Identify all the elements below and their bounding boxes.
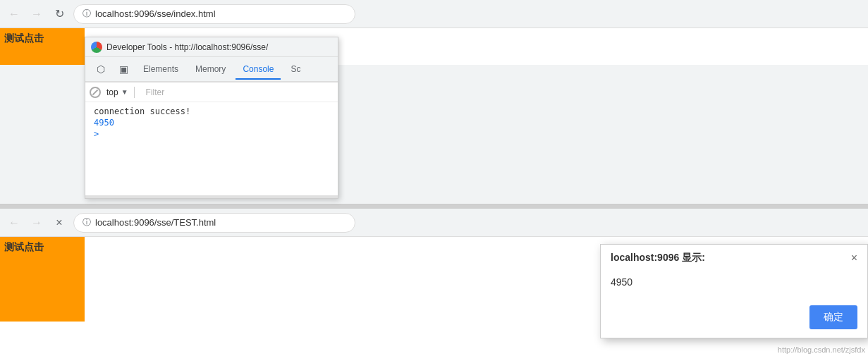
- security-icon: ⓘ: [82, 8, 91, 20]
- console-toolbar: top ▼ Filter: [85, 82, 338, 102]
- devtools-title: Developer Tools - http://localhost:9096/…: [106, 42, 268, 52]
- back-icon-bottom: ←: [8, 216, 20, 229]
- watermark: http://blog.csdn.net/zjsfdx: [778, 345, 865, 354]
- alert-footer: 确定: [601, 300, 867, 338]
- alert-titlebar: localhost:9096 显示: ×: [601, 245, 867, 270]
- console-prompt: >: [94, 129, 329, 139]
- console-context[interactable]: top ▼: [106, 87, 128, 97]
- bottom-page-content: 测试点击 localhost:9096 显示: × 4950 确定 http:/…: [0, 237, 868, 357]
- devtools-panel: Developer Tools - http://localhost:9096/…: [85, 37, 338, 199]
- alert-close-button[interactable]: ×: [851, 252, 857, 264]
- close-icon-bottom: ×: [56, 216, 62, 229]
- forward-button-bottom[interactable]: →: [28, 214, 45, 231]
- console-line-1: connection success!: [94, 106, 329, 116]
- top-browser-toolbar: ← → ↻ ⓘ localhost:9096/sse/index.html: [0, 0, 868, 28]
- refresh-icon: ↻: [55, 7, 64, 20]
- orange-button-label-top: 测试点击: [4, 32, 44, 45]
- security-icon-bottom: ⓘ: [82, 216, 91, 228]
- orange-button-top[interactable]: 测试点击: [0, 28, 85, 65]
- close-tab-button[interactable]: ×: [51, 214, 68, 231]
- separator: [134, 87, 135, 98]
- back-icon: ←: [8, 8, 20, 20]
- bottom-browser-toolbar: ← → × ⓘ localhost:9096/sse/TEST.html: [0, 209, 868, 237]
- back-button[interactable]: ←: [6, 6, 23, 23]
- forward-button[interactable]: →: [28, 6, 45, 23]
- tab-elements[interactable]: Elements: [136, 60, 185, 80]
- back-button-bottom[interactable]: ←: [6, 214, 23, 231]
- console-line-2: 4950: [94, 118, 329, 128]
- devtools-titlebar: Developer Tools - http://localhost:9096/…: [85, 37, 338, 57]
- devtools-cursor-btn[interactable]: ⬡: [91, 59, 111, 79]
- no-entry-icon[interactable]: [90, 87, 101, 98]
- address-bar-bottom[interactable]: ⓘ localhost:9096/sse/TEST.html: [73, 213, 355, 233]
- context-label: top: [106, 87, 118, 97]
- context-arrow-icon: ▼: [121, 88, 128, 96]
- address-bar-top[interactable]: ⓘ localhost:9096/sse/index.html: [73, 4, 355, 24]
- tab-memory[interactable]: Memory: [188, 60, 233, 80]
- devtools-dock-btn[interactable]: ▣: [114, 59, 133, 79]
- forward-icon: →: [31, 8, 42, 20]
- url-text-bottom: localhost:9096/sse/TEST.html: [95, 217, 216, 228]
- alert-ok-button[interactable]: 确定: [809, 305, 857, 329]
- filter-text: Filter: [146, 87, 165, 97]
- alert-dialog: localhost:9096 显示: × 4950 确定: [600, 244, 868, 338]
- orange-button-label-bottom: 测试点击: [4, 241, 44, 254]
- alert-body: 4950: [601, 270, 867, 300]
- forward-icon-bottom: →: [31, 216, 42, 229]
- tab-sc[interactable]: Sc: [283, 60, 307, 80]
- alert-message: 4950: [611, 276, 632, 288]
- devtools-tabs: ⬡ ▣ Elements Memory Console Sc: [85, 57, 338, 82]
- url-text: localhost:9096/sse/index.html: [95, 8, 216, 19]
- resize-handle[interactable]: [85, 195, 338, 198]
- top-browser-window: ← → ↻ ⓘ localhost:9096/sse/index.html 测试…: [0, 0, 868, 204]
- alert-title: localhost:9096 显示:: [611, 252, 705, 264]
- tab-console[interactable]: Console: [236, 60, 281, 80]
- orange-button-bottom[interactable]: 测试点击: [0, 237, 85, 322]
- bottom-browser-window: ← → × ⓘ localhost:9096/sse/TEST.html 测试点…: [0, 209, 868, 361]
- chrome-icon: [91, 42, 102, 53]
- console-output: connection success! 4950 >: [85, 102, 338, 145]
- refresh-button[interactable]: ↻: [51, 6, 68, 23]
